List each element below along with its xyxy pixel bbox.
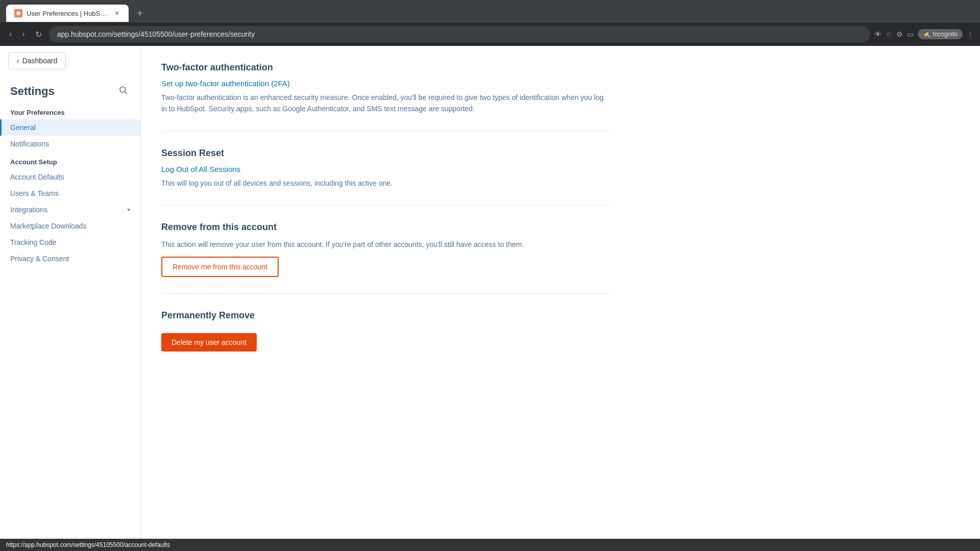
your-preferences-section-label: Your Preferences bbox=[0, 103, 140, 119]
session-reset-section: Session Reset Log Out of All Sessions Th… bbox=[161, 148, 610, 206]
app-container: ‹ Dashboard Settings Your Preferences Ge… bbox=[0, 46, 980, 539]
permanently-remove-title: Permanently Remove bbox=[161, 310, 610, 321]
status-url: https://app.hubspot.com/settings/4510550… bbox=[6, 541, 170, 548]
star-icon: ☆ bbox=[886, 30, 892, 38]
eye-off-icon: 👁 bbox=[874, 30, 881, 38]
log-out-all-sessions-link[interactable]: Log Out of All Sessions bbox=[161, 165, 610, 173]
two-factor-auth-title: Two-factor authentication bbox=[161, 62, 610, 73]
incognito-label: Incognito bbox=[933, 31, 958, 38]
sidebar-item-tracking-code[interactable]: Tracking Code bbox=[0, 234, 140, 251]
sidebar-item-general-label: General bbox=[10, 123, 36, 132]
sidebar-item-privacy-consent-label: Privacy & Consent bbox=[10, 255, 69, 263]
sidebar: ‹ Dashboard Settings Your Preferences Ge… bbox=[0, 46, 141, 539]
search-button[interactable] bbox=[117, 84, 130, 98]
sidebar-item-users-teams[interactable]: Users & Teams bbox=[0, 185, 140, 202]
sidebar-item-account-defaults[interactable]: Account Defaults bbox=[0, 169, 140, 185]
new-tab-button[interactable]: + bbox=[133, 8, 147, 19]
sidebar-item-notifications[interactable]: Notifications bbox=[0, 136, 140, 152]
sidebar-item-integrations-label: Integrations bbox=[10, 206, 47, 214]
sidebar-item-account-defaults-label: Account Defaults bbox=[10, 173, 64, 181]
sidebar-item-privacy-consent[interactable]: Privacy & Consent bbox=[0, 251, 140, 267]
settings-title: Settings bbox=[10, 85, 55, 98]
account-setup-section-label: Account Setup bbox=[0, 152, 140, 169]
browser-chrome: User Preferences | HubSpot ✕ + ‹ › ↻ 👁 ☆… bbox=[0, 0, 980, 46]
incognito-badge: 🕵 Incognito bbox=[918, 29, 963, 39]
chevron-down-icon: ▾ bbox=[127, 206, 130, 213]
address-bar[interactable] bbox=[49, 26, 871, 42]
incognito-icon: 🕵 bbox=[923, 31, 930, 38]
sidebar-item-tracking-code-label: Tracking Code bbox=[10, 238, 57, 246]
forward-button[interactable]: › bbox=[19, 28, 28, 41]
sidebar-item-users-teams-label: Users & Teams bbox=[10, 189, 59, 197]
chevron-left-icon: ‹ bbox=[17, 57, 19, 65]
status-bar: https://app.hubspot.com/settings/4510550… bbox=[0, 539, 980, 551]
search-icon bbox=[119, 86, 128, 95]
svg-line-2 bbox=[125, 92, 128, 94]
reload-button[interactable]: ↻ bbox=[32, 28, 45, 41]
two-factor-auth-desc: Two-factor authentication is an enhanced… bbox=[161, 92, 610, 115]
browser-tab[interactable]: User Preferences | HubSpot ✕ bbox=[6, 5, 129, 22]
nav-right-icons: 👁 ☆ ⚙ ▭ 🕵 Incognito ⋮ bbox=[874, 29, 974, 39]
dashboard-button[interactable]: ‹ Dashboard bbox=[8, 52, 66, 69]
sidebar-item-marketplace-downloads[interactable]: Marketplace Downloads bbox=[0, 218, 140, 234]
main-content: Two-factor authentication Set up two-fac… bbox=[141, 46, 980, 539]
sidebar-item-general[interactable]: General bbox=[0, 119, 140, 136]
sidebar-item-marketplace-downloads-label: Marketplace Downloads bbox=[10, 222, 86, 230]
remove-account-desc: This action will remove your user from t… bbox=[161, 239, 610, 250]
setup-2fa-link[interactable]: Set up two-factor authentication (2FA) bbox=[161, 79, 610, 88]
remove-account-title: Remove from this account bbox=[161, 222, 610, 233]
permanently-remove-section: Permanently Remove Delete my user accoun… bbox=[161, 310, 610, 368]
content-area: Two-factor authentication Set up two-fac… bbox=[141, 46, 631, 400]
tab-favicon bbox=[14, 9, 22, 17]
svg-point-0 bbox=[16, 11, 20, 15]
tab-close-button[interactable]: ✕ bbox=[113, 9, 120, 18]
navigation-bar: ‹ › ↻ 👁 ☆ ⚙ ▭ 🕵 Incognito ⋮ bbox=[0, 22, 980, 46]
delete-account-button[interactable]: Delete my user account bbox=[161, 333, 257, 352]
window-icon: ▭ bbox=[907, 30, 914, 38]
sidebar-item-integrations[interactable]: Integrations ▾ bbox=[0, 202, 140, 218]
remove-account-section: Remove from this account This action wil… bbox=[161, 222, 610, 293]
more-options-icon: ⋮ bbox=[967, 30, 974, 38]
sidebar-item-notifications-label: Notifications bbox=[10, 140, 49, 148]
remove-me-button[interactable]: Remove me from this account bbox=[161, 257, 279, 277]
back-button[interactable]: ‹ bbox=[6, 28, 15, 41]
settings-icon: ⚙ bbox=[896, 30, 903, 38]
session-reset-desc: This will log you out of all devices and… bbox=[161, 178, 610, 189]
tab-title: User Preferences | HubSpot bbox=[27, 10, 109, 17]
session-reset-title: Session Reset bbox=[161, 148, 610, 159]
settings-header: Settings bbox=[0, 76, 140, 103]
two-factor-auth-section: Two-factor authentication Set up two-fac… bbox=[161, 62, 610, 132]
title-bar: User Preferences | HubSpot ✕ + bbox=[0, 0, 980, 22]
dashboard-label: Dashboard bbox=[22, 57, 58, 65]
